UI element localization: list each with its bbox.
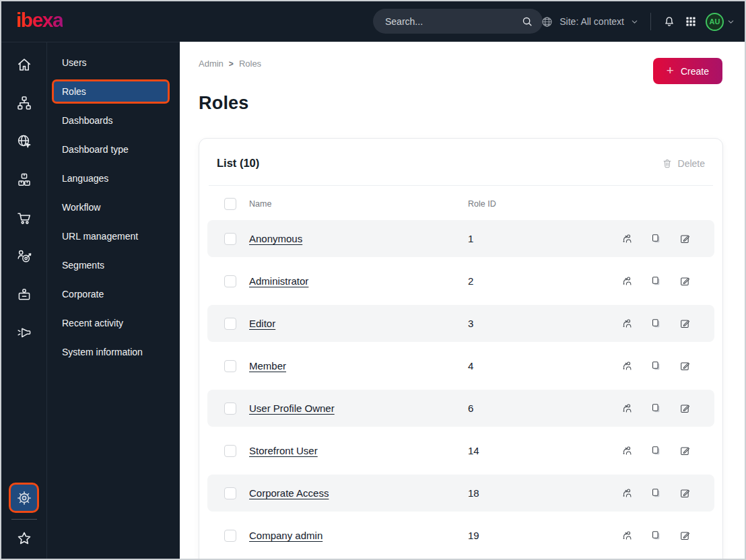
role-name-link[interactable]: Company admin bbox=[249, 530, 468, 541]
role-id-value: 14 bbox=[468, 445, 621, 456]
row-checkbox[interactable] bbox=[224, 403, 236, 415]
rail-item-content-tree[interactable] bbox=[1, 83, 46, 122]
rail-item-admin-active[interactable] bbox=[9, 483, 39, 513]
copy-icon[interactable] bbox=[650, 233, 662, 244]
rail-item-bookmarks[interactable] bbox=[9, 522, 39, 555]
create-button[interactable]: + Create bbox=[653, 58, 722, 84]
copy-icon[interactable] bbox=[650, 445, 662, 456]
sidebar-item-segments[interactable]: Segments bbox=[47, 253, 180, 277]
edit-icon[interactable] bbox=[679, 487, 691, 499]
rail-item-site[interactable] bbox=[1, 122, 46, 160]
sitemap-icon bbox=[16, 95, 32, 111]
table-row: Anonymous 1 bbox=[207, 220, 714, 257]
sidebar-item-dashboard-type[interactable]: Dashboard type bbox=[47, 137, 180, 162]
role-name-link[interactable]: Member bbox=[249, 360, 468, 372]
row-actions bbox=[621, 445, 698, 456]
top-bar: ibexa Site: All context AU bbox=[1, 1, 745, 42]
assign-user-icon[interactable] bbox=[621, 275, 633, 287]
rail-item-product-catalog[interactable] bbox=[1, 160, 46, 199]
rail-item-home[interactable] bbox=[1, 45, 46, 83]
assign-user-icon[interactable] bbox=[621, 233, 633, 244]
delete-button[interactable]: Delete bbox=[662, 158, 705, 169]
copy-icon[interactable] bbox=[650, 403, 662, 414]
row-actions bbox=[621, 233, 698, 244]
search-input[interactable] bbox=[385, 16, 521, 27]
column-header-name: Name bbox=[249, 199, 468, 209]
edit-icon[interactable] bbox=[679, 403, 691, 414]
delete-button-label: Delete bbox=[678, 158, 705, 169]
copy-icon[interactable] bbox=[650, 318, 662, 329]
assign-user-icon[interactable] bbox=[621, 403, 633, 414]
copy-icon[interactable] bbox=[650, 275, 662, 287]
search-icon[interactable] bbox=[521, 15, 533, 28]
table-row: Corporate Access 18 bbox=[207, 475, 714, 512]
row-checkbox[interactable] bbox=[224, 275, 236, 287]
sidebar-item-recent-activity[interactable]: Recent activity bbox=[47, 311, 180, 335]
assign-user-icon[interactable] bbox=[621, 445, 633, 456]
global-search[interactable] bbox=[373, 9, 543, 34]
role-name-link[interactable]: Editor bbox=[249, 318, 468, 329]
copy-icon[interactable] bbox=[650, 360, 662, 372]
table-header: Name Role ID bbox=[207, 186, 714, 220]
rail-item-commerce[interactable] bbox=[1, 199, 46, 237]
assign-user-icon[interactable] bbox=[621, 360, 633, 372]
copy-icon[interactable] bbox=[650, 487, 662, 499]
assign-user-icon[interactable] bbox=[621, 530, 633, 541]
edit-icon[interactable] bbox=[679, 530, 691, 541]
table-row: Editor 3 bbox=[207, 305, 714, 342]
icon-rail bbox=[1, 42, 47, 560]
row-checkbox[interactable] bbox=[224, 233, 236, 245]
row-checkbox[interactable] bbox=[224, 318, 236, 330]
rail-item-personalization[interactable] bbox=[1, 237, 46, 275]
notifications-button[interactable] bbox=[663, 15, 676, 28]
row-checkbox[interactable] bbox=[224, 487, 236, 499]
cart-icon bbox=[16, 210, 32, 226]
main-content: Admin > Roles + Create Roles List (10) D… bbox=[180, 42, 745, 560]
site-context-selector[interactable]: Site: All context bbox=[541, 15, 639, 28]
sidebar-item-roles[interactable]: Roles bbox=[52, 79, 170, 104]
sidebar-item-corporate[interactable]: Corporate bbox=[47, 282, 180, 306]
role-name-link[interactable]: Anonymous bbox=[249, 233, 468, 244]
edit-icon[interactable] bbox=[679, 318, 691, 329]
rail-item-corporate[interactable] bbox=[1, 275, 46, 314]
row-checkbox[interactable] bbox=[224, 530, 236, 542]
sidebar-item-users[interactable]: Users bbox=[47, 50, 180, 75]
edit-icon[interactable] bbox=[679, 445, 691, 456]
apps-grid-button[interactable] bbox=[685, 15, 697, 28]
row-checkbox[interactable] bbox=[224, 445, 236, 457]
sidebar-item-dashboards[interactable]: Dashboards bbox=[47, 108, 180, 133]
assign-user-icon[interactable] bbox=[621, 318, 633, 329]
sidebar-item-languages[interactable]: Languages bbox=[47, 166, 180, 190]
role-name-link[interactable]: Administrator bbox=[249, 275, 468, 287]
select-all-checkbox[interactable] bbox=[224, 198, 236, 210]
edit-icon[interactable] bbox=[679, 275, 691, 287]
sidebar-item-system-information[interactable]: System information bbox=[47, 340, 180, 364]
role-name-link[interactable]: Corporate Access bbox=[249, 487, 468, 499]
megaphone-icon bbox=[16, 325, 32, 341]
copy-icon[interactable] bbox=[650, 530, 662, 541]
app-window: ibexa Site: All context AU bbox=[0, 0, 746, 560]
ibexa-logo[interactable]: ibexa bbox=[16, 9, 63, 32]
breadcrumb: Admin > Roles bbox=[199, 59, 723, 69]
page-title: Roles bbox=[199, 93, 723, 114]
role-name-link[interactable]: User Profile Owner bbox=[249, 403, 468, 414]
sidebar-item-url-management[interactable]: URL management bbox=[47, 224, 180, 248]
sidebar-item-workflow[interactable]: Workflow bbox=[47, 195, 180, 219]
table-row: User Profile Owner 6 bbox=[207, 390, 714, 427]
role-id-value: 1 bbox=[468, 233, 621, 244]
breadcrumb-roles[interactable]: Roles bbox=[239, 59, 261, 69]
rail-item-marketing[interactable] bbox=[1, 314, 46, 352]
user-menu[interactable]: AU bbox=[706, 13, 735, 31]
table-row: Administrator 2 bbox=[207, 262, 714, 300]
rail-divider bbox=[11, 519, 37, 520]
row-checkbox[interactable] bbox=[224, 360, 236, 372]
role-name-link[interactable]: Storefront User bbox=[249, 445, 468, 456]
row-actions bbox=[621, 487, 698, 499]
breadcrumb-admin[interactable]: Admin bbox=[199, 59, 224, 69]
edit-icon[interactable] bbox=[679, 360, 691, 372]
create-button-label: Create bbox=[681, 66, 709, 77]
edit-icon[interactable] bbox=[679, 233, 691, 244]
star-icon bbox=[16, 530, 32, 547]
assign-user-icon[interactable] bbox=[621, 487, 633, 499]
plus-icon: + bbox=[667, 63, 674, 78]
